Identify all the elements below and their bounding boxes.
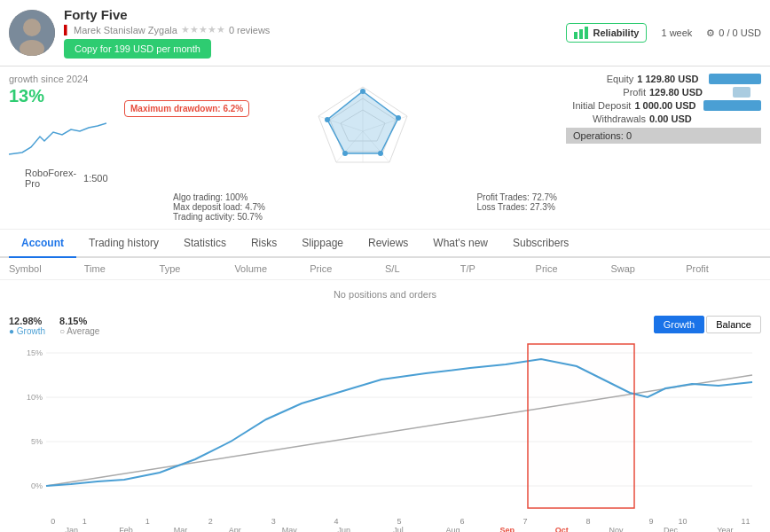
tab-account[interactable]: Account bbox=[9, 230, 76, 258]
tab-reviews[interactable]: Reviews bbox=[356, 230, 420, 258]
month-year-lbl: Year bbox=[698, 526, 752, 532]
profit-value: 129.80 USD bbox=[649, 87, 729, 98]
balance-button[interactable]: Balance bbox=[706, 316, 761, 333]
x-num-2: 2 bbox=[194, 517, 225, 526]
radar-chart bbox=[292, 74, 434, 189]
profit-row: Profit 129.80 USD bbox=[566, 87, 761, 98]
left-chart: growth since 2024 13% RoboForex-Pro 1:50… bbox=[9, 74, 115, 222]
operations-bar: Operations: 0 bbox=[566, 128, 761, 144]
withdrawals-value: 0.00 USD bbox=[649, 113, 729, 124]
header-info: Forty Five ▌ Marek Stanislaw Zygala ★★★★… bbox=[64, 7, 548, 59]
reliability-badge: Reliability bbox=[566, 23, 647, 43]
th-price: Price bbox=[536, 263, 611, 274]
growth-button[interactable]: Growth bbox=[654, 316, 704, 333]
x-num-blank7 bbox=[478, 517, 509, 526]
algo-trading-label: Algo trading: 100% bbox=[173, 192, 265, 202]
growth-stat-value: 12.98% bbox=[9, 316, 45, 326]
page-header: Forty Five ▌ Marek Stanislaw Zygala ★★★★… bbox=[0, 0, 770, 66]
svg-text:15%: 15% bbox=[27, 348, 43, 357]
average-stat-label: ○ Average bbox=[59, 326, 99, 336]
x-num-0: 0 bbox=[37, 517, 68, 526]
x-num-11: 11 bbox=[730, 517, 761, 526]
tab-subscribers[interactable]: Subscribers bbox=[500, 230, 581, 258]
author-line: ▌ Marek Stanislaw Zygala ★★★★★ 0 reviews bbox=[64, 24, 548, 35]
header-badges: Reliability 1 week ⚙ 0 / 0 USD bbox=[566, 23, 761, 43]
month-sep: Sep bbox=[480, 526, 534, 532]
growth-value: 13% bbox=[9, 86, 115, 106]
loss-trades-label: Loss Trades: 27.3% bbox=[476, 202, 557, 212]
max-deposit-label: Max deposit load: 4.7% bbox=[173, 202, 265, 212]
avatar bbox=[9, 10, 55, 56]
x-num-1b: 1 bbox=[131, 517, 162, 526]
svg-text:0%: 0% bbox=[31, 481, 43, 490]
gear-icon: ⚙ bbox=[706, 27, 715, 39]
th-s/l: S/L bbox=[385, 263, 460, 274]
chart-stats: 12.98% ● Growth 8.15% ○ Average bbox=[9, 316, 99, 336]
flag-icon: ▌ bbox=[64, 25, 70, 35]
chart-top: 12.98% ● Growth 8.15% ○ Average Growth B… bbox=[9, 316, 761, 336]
svg-rect-25 bbox=[528, 344, 634, 508]
month-jun: Jun bbox=[317, 526, 371, 532]
th-swap: Swap bbox=[610, 263, 686, 274]
initial-bar bbox=[703, 100, 761, 111]
broker-info: RoboForex-Pro 1:500 bbox=[9, 166, 115, 191]
x-num-8: 8 bbox=[572, 517, 603, 526]
month-apr: Apr bbox=[208, 526, 262, 532]
copy-button[interactable]: Copy for 199 USD per month bbox=[64, 39, 211, 59]
svg-point-12 bbox=[360, 89, 365, 94]
x-num-blank8 bbox=[541, 517, 572, 526]
x-num-3: 3 bbox=[257, 517, 288, 526]
tab-statistics[interactable]: Statistics bbox=[171, 230, 239, 258]
th-time: Time bbox=[84, 263, 160, 274]
stars: ★★★★★ bbox=[181, 24, 225, 35]
x-num-blank6 bbox=[415, 517, 446, 526]
tab-risks[interactable]: Risks bbox=[239, 230, 289, 258]
month-aug: Aug bbox=[426, 526, 480, 532]
tab-what's-new[interactable]: What's new bbox=[420, 230, 500, 258]
mini-chart bbox=[9, 110, 115, 166]
growth-label: growth since 2024 bbox=[9, 74, 115, 84]
chart-area: 15% 10% 5% 0% bbox=[9, 340, 761, 517]
x-num-blank4 bbox=[289, 517, 320, 526]
month-labels: Jan Feb Mar Apr May Jun Jul Aug Sep Oct … bbox=[9, 526, 761, 532]
svg-point-16 bbox=[325, 117, 330, 122]
average-stat: 8.15% ○ Average bbox=[59, 316, 99, 336]
equity-bar bbox=[709, 74, 761, 84]
withdrawals-row: Withdrawals 0.00 USD bbox=[566, 113, 761, 124]
th-symbol: Symbol bbox=[9, 263, 84, 274]
month-dec: Dec bbox=[643, 526, 697, 532]
tabs-bar: AccountTrading historyStatisticsRisksSli… bbox=[0, 230, 770, 258]
drawdown-label: Maximum drawdown: 6.2% bbox=[130, 104, 243, 113]
tab-trading-history[interactable]: Trading history bbox=[76, 230, 171, 258]
main-chart-svg: 15% 10% 5% 0% bbox=[9, 340, 761, 517]
x-num-blank1 bbox=[100, 517, 131, 526]
x-num-blank5 bbox=[352, 517, 383, 526]
svg-text:5%: 5% bbox=[31, 437, 43, 446]
month-oct: Oct bbox=[535, 526, 589, 532]
x-num-5: 5 bbox=[383, 517, 414, 526]
svg-marker-11 bbox=[327, 91, 398, 153]
average-stat-value: 8.15% bbox=[59, 316, 99, 326]
author-name: Marek Stanislaw Zygala bbox=[74, 25, 177, 35]
operations-label: Operations: 0 bbox=[573, 130, 632, 141]
reliability-bars bbox=[574, 27, 588, 39]
initial-label: Initial Deposit bbox=[566, 100, 631, 111]
x-num-blank2 bbox=[163, 517, 194, 526]
chart-section: 12.98% ● Growth 8.15% ○ Average Growth B… bbox=[0, 309, 770, 532]
th-volume: Volume bbox=[234, 263, 310, 274]
trading-activity-label: Trading activity: 50.7% bbox=[173, 212, 265, 222]
x-num-blank9 bbox=[604, 517, 635, 526]
tab-slippage[interactable]: Slippage bbox=[289, 230, 356, 258]
table-header: SymbolTimeTypeVolumePriceS/LT/PPriceSwap… bbox=[0, 258, 770, 280]
x-num-9: 9 bbox=[635, 517, 666, 526]
month-may: May bbox=[263, 526, 317, 532]
equity-value: 1 129.80 USD bbox=[637, 74, 704, 84]
broker-name: RoboForex-Pro bbox=[25, 168, 76, 189]
radar-stats: Algo trading: 100% Max deposit load: 4.7… bbox=[124, 192, 557, 222]
x-num-4: 4 bbox=[320, 517, 351, 526]
bar3 bbox=[585, 27, 588, 39]
month-nov: Nov bbox=[589, 526, 643, 532]
bar1 bbox=[574, 32, 578, 39]
svg-text:10%: 10% bbox=[27, 393, 43, 402]
x-num-10: 10 bbox=[667, 517, 698, 526]
